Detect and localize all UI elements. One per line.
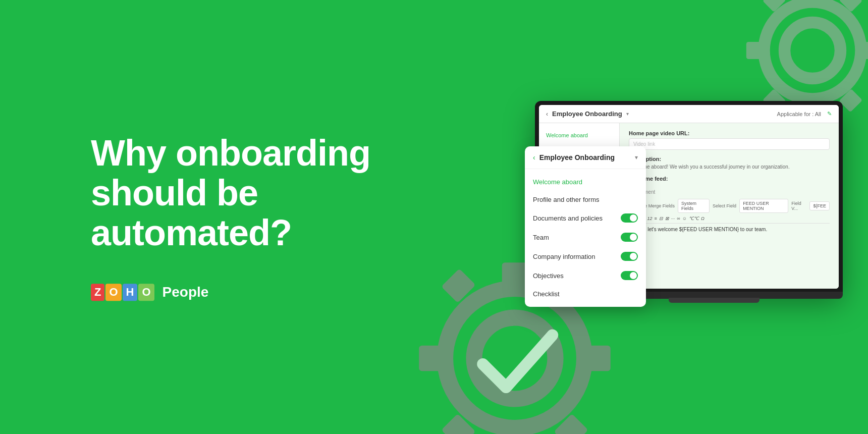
panel-item-profile[interactable]: Profile and other forms bbox=[525, 191, 646, 208]
emoji-btn[interactable]: ☺ bbox=[682, 216, 687, 221]
app-header: ‹ Employee Onboarding ▾ Applicable for :… bbox=[539, 105, 839, 123]
app-title-chevron: ▾ bbox=[626, 111, 629, 117]
feed-user-mention-select[interactable]: FEED USER MENTION bbox=[739, 199, 788, 213]
applicable-for-text: Applicable for : All bbox=[777, 111, 821, 117]
editor-content[interactable]: Hi team let's welcome ${FEED USER MENTIO… bbox=[629, 227, 830, 232]
post-to-text: Post to Department bbox=[629, 184, 830, 195]
svg-rect-5 bbox=[419, 346, 442, 371]
svg-point-1 bbox=[474, 318, 556, 399]
field-value-label: Field V... bbox=[791, 201, 806, 211]
objectives-toggle[interactable] bbox=[621, 271, 638, 280]
panel-item-company-label: Company information bbox=[533, 253, 595, 260]
sfeed-select[interactable]: ${FEE bbox=[809, 201, 830, 210]
panel-item-checklist-label: Checklist bbox=[533, 290, 560, 298]
svg-point-11 bbox=[785, 23, 841, 79]
panel-item-welcome[interactable]: Welcome aboard bbox=[525, 173, 646, 191]
table-btn[interactable]: ⊠ bbox=[665, 216, 669, 221]
panel-title: Employee Onboarding bbox=[539, 153, 631, 161]
sidebar-welcome[interactable]: Welcome aboard bbox=[539, 128, 619, 142]
panel-item-checklist[interactable]: Checklist bbox=[525, 285, 646, 303]
panel-item-welcome-label: Welcome aboard bbox=[533, 178, 582, 186]
panel-items: Welcome aboard Profile and other forms D… bbox=[525, 169, 646, 307]
logo-people: People bbox=[162, 284, 209, 300]
system-fields-select[interactable]: System Fields bbox=[678, 199, 710, 213]
panel-item-company[interactable]: Company information bbox=[525, 247, 646, 266]
zoho-o1: O bbox=[105, 284, 121, 301]
panel-item-team[interactable]: Team bbox=[525, 228, 646, 247]
team-toggle[interactable] bbox=[621, 233, 638, 242]
video-url-label: Home page video URL: bbox=[629, 130, 830, 136]
description-label: Description: bbox=[629, 156, 830, 162]
panel-item-documents[interactable]: Documents and policies bbox=[525, 208, 646, 228]
panel-header: ‹ Employee Onboarding ▾ bbox=[525, 146, 646, 169]
panel-chevron: ▾ bbox=[635, 154, 638, 161]
logo-area: Z O H O People bbox=[91, 284, 370, 301]
more-btn[interactable]: ··· bbox=[671, 216, 675, 221]
video-url-input[interactable]: Video link bbox=[629, 138, 830, 150]
floating-panel: ‹ Employee Onboarding ▾ Welcome aboard P… bbox=[525, 146, 646, 307]
svg-rect-3 bbox=[502, 431, 528, 434]
extra-btn[interactable]: ℃℃ bbox=[689, 216, 699, 221]
zoho-h: H bbox=[123, 284, 138, 301]
company-toggle[interactable] bbox=[621, 252, 638, 261]
panel-item-objectives-label: Objectives bbox=[533, 272, 564, 280]
laptop-stand bbox=[669, 298, 760, 303]
panel-back-btn[interactable]: ‹ bbox=[533, 153, 535, 161]
merge-fields-row: Available Merge Fields System Fields Sel… bbox=[629, 199, 830, 213]
zoho-z: Z bbox=[91, 284, 104, 301]
panel-item-team-label: Team bbox=[533, 234, 549, 241]
editor-toolbar: B I U T 12 ≡ ⊟ ⊠ ··· ∞ ☺ ℃℃ Ω bbox=[629, 216, 830, 224]
symbol-btn[interactable]: Ω bbox=[701, 216, 704, 221]
left-content: Why onboarding should be automated? Z O … bbox=[91, 133, 370, 301]
panel-item-profile-label: Profile and other forms bbox=[533, 196, 600, 203]
svg-rect-15 bbox=[746, 42, 763, 59]
list-btn[interactable]: ⊟ bbox=[659, 216, 663, 221]
welcome-feed-label: Welcome feed: bbox=[629, 176, 830, 182]
svg-rect-12 bbox=[804, 0, 821, 1]
zoho-logo: Z O H O bbox=[91, 284, 154, 301]
app-back-btn[interactable]: ‹ bbox=[546, 111, 548, 118]
description-value: Welcome aboard! We wish you a successful… bbox=[629, 164, 830, 170]
app-main-content: Home page video URL: Video link Descript… bbox=[620, 123, 839, 289]
svg-rect-14 bbox=[862, 42, 868, 59]
select-field-label: Select Field bbox=[713, 203, 736, 208]
svg-rect-4 bbox=[587, 346, 611, 371]
svg-rect-2 bbox=[502, 262, 528, 286]
font-size-btn[interactable]: 12 bbox=[647, 216, 653, 221]
zoho-o2: O bbox=[138, 284, 154, 301]
documents-toggle[interactable] bbox=[621, 213, 638, 223]
panel-item-objectives[interactable]: Objectives bbox=[525, 266, 646, 285]
app-screen-title: Employee Onboarding bbox=[552, 110, 622, 118]
link-btn[interactable]: ∞ bbox=[677, 216, 680, 221]
panel-item-documents-label: Documents and policies bbox=[533, 214, 603, 222]
edit-icon[interactable]: ✎ bbox=[827, 111, 832, 117]
align-btn[interactable]: ≡ bbox=[655, 216, 657, 221]
main-heading: Why onboarding should be automated? bbox=[91, 133, 370, 253]
